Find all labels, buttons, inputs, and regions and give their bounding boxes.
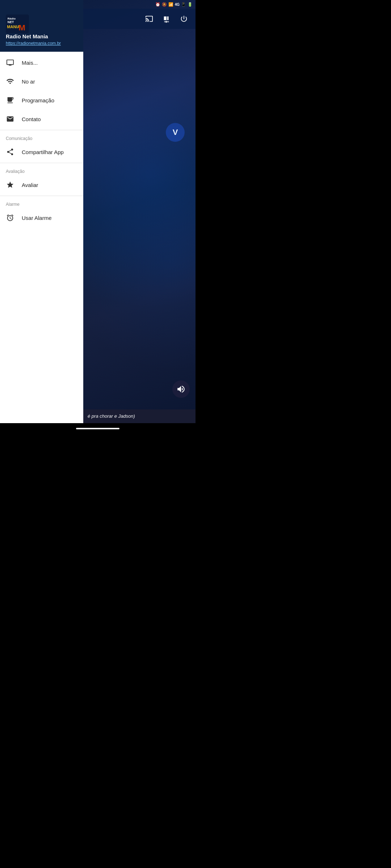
mais-label: Mais... [22,60,38,66]
svg-text:M: M [18,23,25,32]
svg-text:NET: NET [8,20,14,24]
signal-icon: 📱 [181,2,186,7]
programacao-label: Programação [22,97,54,103]
divider-3 [0,196,83,196]
menu-item-usar-alarme[interactable]: Usar Alarme [0,208,83,227]
contato-label: Contato [22,116,41,122]
menu-content: Mais... No ar Programação [0,52,83,434]
drawer-station-url[interactable]: https://radionetmania.com.br [6,41,77,46]
compartilhar-label: Compartilhar App [22,149,64,155]
equalizer-button[interactable] [159,12,174,26]
network-icon: 4G [175,3,180,7]
menu-item-mais[interactable]: Mais... [0,53,83,72]
drawer-header: Rádio NET MANIA M Radio Net Mania https:… [0,0,83,52]
menu-item-no-ar[interactable]: No ar [0,72,83,91]
divider-2 [0,163,83,163]
menu-item-avaliar[interactable]: Avaliar [0,175,83,194]
svg-text:MANIA: MANIA [7,25,20,29]
section-alarme: Alarme [0,197,83,208]
section-comunicacao: Comunicação [0,132,83,142]
star-icon [6,180,14,189]
drawer-station-name: Radio Net Mania [6,33,77,40]
power-button[interactable] [177,12,191,26]
menu-item-compartilhar[interactable]: Compartilhar App [0,142,83,161]
section-avaliacao: Avaliação [0,165,83,175]
tv-icon [6,58,14,67]
home-indicator[interactable] [76,428,119,429]
envelope-icon [6,115,14,123]
menu-item-programacao[interactable]: Programação [0,91,83,110]
radio-logo: Rádio NET MANIA M [6,14,29,33]
usar-alarme-label: Usar Alarme [22,215,52,221]
navigation-drawer: Rádio NET MANIA M Radio Net Mania https:… [0,0,83,434]
share-icon [6,148,14,156]
battery-icon: 🔋 [188,2,193,7]
city-overlay [83,0,196,434]
grid-icon [6,96,14,105]
alarm-icon: ⏰ [155,2,160,7]
avaliar-label: Avaliar [22,182,38,188]
svg-text:Rádio: Rádio [8,17,16,20]
no-ar-label: No ar [22,78,35,85]
cast-button[interactable] [142,12,156,26]
divider-1 [0,130,83,130]
wifi-icon: 📶 [168,2,173,7]
clock-icon [6,213,14,222]
wifi-signal-icon [6,77,14,86]
status-icons: ⏰ 🔕 📶 4G 📱 🔋 [86,2,193,7]
mute-icon: 🔕 [162,2,167,7]
menu-item-contato[interactable]: Contato [0,110,83,128]
navigation-bar [0,423,196,434]
toolbar [83,9,196,29]
